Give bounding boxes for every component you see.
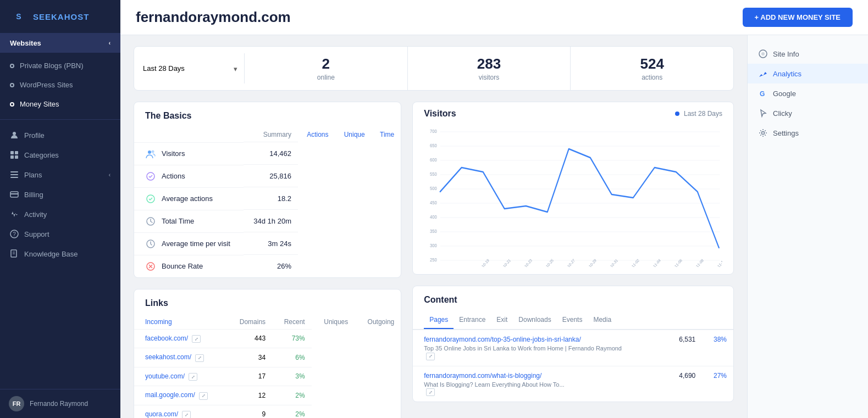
avg-actions-label: Average actions: [134, 187, 244, 210]
sidebar-item-money-sites[interactable]: Money Sites: [0, 94, 120, 114]
svg-rect-6: [15, 155, 18, 159]
right-sidebar-item-clicky[interactable]: Clicky: [748, 103, 868, 123]
external-link-icon[interactable]: ⤢: [195, 354, 204, 362]
right-sidebar-item-site-info[interactable]: Site Info: [748, 44, 868, 64]
stat-online-label: online: [253, 74, 399, 81]
svg-text:2020-11-04: 2020-11-04: [646, 258, 662, 267]
main-content: fernandoraymond.com + ADD NEW MONEY SITE…: [120, 0, 868, 418]
svg-rect-4: [15, 151, 18, 154]
sidebar-item-profile[interactable]: Profile: [0, 125, 120, 145]
sidebar-item-wordpress-sites[interactable]: WordPress Sites: [0, 75, 120, 94]
visitors-card: Visitors Last 28 Days 700 650 6: [412, 102, 734, 275]
left-column: The Basics Summary Actions Unique Time: [134, 102, 401, 418]
right-column: Visitors Last 28 Days 700 650 6: [412, 102, 734, 418]
links-header-recent: Recent: [272, 315, 312, 330]
svg-text:400: 400: [430, 214, 437, 220]
basics-header-summary: Summary: [244, 127, 298, 142]
svg-text:G: G: [760, 90, 765, 98]
link-url-2[interactable]: youtube.com/ ⤢: [134, 367, 227, 386]
link-url-4[interactable]: quora.com/ ⤢: [134, 405, 227, 418]
visitors-value: 14,462: [244, 142, 298, 165]
table-row: fernandoraymond.com/what-is-blogging/ Wh…: [413, 366, 733, 402]
add-money-site-button[interactable]: + ADD NEW MONEY SITE: [743, 8, 853, 27]
sidebar-item-activity[interactable]: Activity: [0, 204, 120, 224]
bounce-value: 26%: [244, 255, 298, 277]
svg-point-2: [13, 132, 16, 135]
tab-entrance[interactable]: Entrance: [454, 311, 491, 329]
plans-chevron: ‹: [109, 172, 110, 178]
tab-events[interactable]: Events: [557, 311, 588, 329]
links-header-incoming[interactable]: Incoming: [134, 315, 227, 330]
link-recent-0: 443: [227, 329, 272, 348]
content-row-1-url: fernandoraymond.com/what-is-blogging/ Wh…: [413, 366, 667, 402]
content-desc-0: Top 35 Online Jobs in Sri Lanka to Work …: [424, 345, 660, 352]
table-row: Actions 25,816: [134, 165, 401, 187]
content-tabs: Pages Entrance Exit Downloads Events Med…: [413, 311, 733, 330]
svg-text:2020-11-06: 2020-11-06: [668, 258, 683, 267]
svg-text:250: 250: [430, 257, 437, 263]
external-link-icon[interactable]: ⤢: [192, 335, 201, 343]
external-link-icon[interactable]: ⤢: [189, 373, 197, 381]
actions-icon: [145, 171, 156, 182]
basics-header-unique[interactable]: Unique: [335, 127, 372, 142]
link-url-1[interactable]: seekahost.com/ ⤢: [134, 348, 227, 367]
link-pct-4: 2%: [272, 405, 312, 418]
period-selector[interactable]: Last 7 DaysLast 28 DaysLast 90 DaysLast …: [134, 53, 244, 83]
tab-media[interactable]: Media: [588, 311, 617, 329]
right-sidebar-item-analytics[interactable]: Analytics: [748, 64, 868, 83]
stat-actions: 524 actions: [571, 47, 733, 90]
sidebar-item-label: Support: [24, 230, 49, 238]
page-title: fernandoraymond.com: [136, 9, 291, 26]
sidebar-item-label: Private Blogs (PBN): [20, 62, 84, 70]
link-recent-3: 12: [227, 386, 272, 405]
table-row: Average time per visit 3m 24s: [134, 232, 401, 255]
svg-rect-5: [10, 155, 14, 159]
sidebar-item-private-blogs[interactable]: Private Blogs (PBN): [0, 56, 120, 75]
avg-time-value: 3m 24s: [244, 232, 298, 255]
avg-time-icon: [145, 238, 156, 249]
sidebar: S SEEKAHOST Websites ‹ Private Blogs (PB…: [0, 0, 120, 418]
link-url-3[interactable]: mail.google.com/ ⤢: [134, 386, 227, 405]
sidebar-item-categories[interactable]: Categories: [0, 145, 120, 165]
svg-text:S: S: [16, 12, 21, 21]
svg-point-18: [152, 150, 154, 153]
bounce-icon: [145, 261, 156, 272]
sidebar-item-label: Activity: [24, 210, 47, 219]
svg-text:?: ?: [13, 231, 16, 237]
external-link-icon[interactable]: ⤢: [199, 392, 208, 400]
basics-card: The Basics Summary Actions Unique Time: [134, 102, 401, 278]
basics-header-actions[interactable]: Actions: [298, 127, 335, 142]
sidebar-item-billing[interactable]: Billing: [0, 185, 120, 204]
tab-exit[interactable]: Exit: [491, 311, 513, 329]
svg-point-60: [762, 132, 765, 135]
links-title: Links: [134, 289, 401, 315]
links-card: Links Incoming Domains Recent Uniques Ou…: [134, 289, 401, 419]
tab-downloads[interactable]: Downloads: [513, 311, 556, 329]
stat-visitors: 283 visitors: [408, 47, 571, 90]
sidebar-item-knowledge-base[interactable]: Knowledge Base: [0, 244, 120, 264]
websites-header[interactable]: Websites ‹: [0, 34, 120, 53]
right-sidebar-item-settings[interactable]: Settings: [748, 123, 868, 143]
bounce-label: Bounce Rate: [134, 255, 244, 277]
svg-text:350: 350: [430, 228, 437, 234]
sidebar-item-plans[interactable]: Plans ‹: [0, 165, 120, 185]
svg-text:450: 450: [430, 199, 437, 205]
dot-icon: [10, 83, 14, 87]
chevron-icon: ‹: [109, 40, 110, 46]
actions-value: 25,816: [244, 165, 298, 187]
external-link-icon[interactable]: ⤢: [182, 411, 191, 418]
external-link-icon[interactable]: ⤢: [426, 353, 435, 360]
external-link-icon[interactable]: ⤢: [426, 388, 435, 396]
sidebar-item-support[interactable]: ? Support: [0, 224, 120, 244]
right-sidebar-item-google[interactable]: G Google: [748, 83, 868, 103]
content-link-1[interactable]: fernandoraymond.com/what-is-blogging/: [424, 372, 660, 380]
link-url-0[interactable]: facebook.com/ ⤢: [134, 329, 227, 348]
svg-text:650: 650: [430, 142, 437, 148]
table-row: Total Time 34d 1h 20m: [134, 210, 401, 232]
svg-rect-9: [10, 177, 18, 178]
tab-pages[interactable]: Pages: [424, 311, 454, 329]
content-link-0[interactable]: fernandoraymond.com/top-35-online-jobs-i…: [424, 336, 660, 343]
svg-text:2020-10-29: 2020-10-29: [582, 258, 598, 267]
svg-text:300: 300: [430, 242, 437, 248]
basics-header-time[interactable]: Time: [372, 127, 401, 142]
